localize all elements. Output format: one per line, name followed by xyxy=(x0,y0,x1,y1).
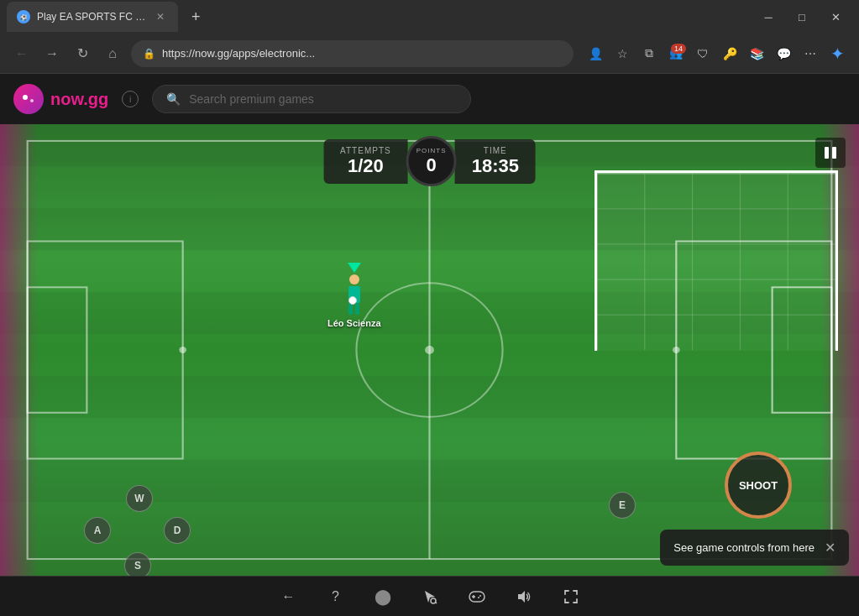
collections-icon[interactable]: 📚 xyxy=(745,42,768,65)
pause-bar-1 xyxy=(825,147,829,159)
browser-essentials-icon[interactable]: 🛡 xyxy=(691,42,715,65)
svg-point-3 xyxy=(23,95,28,100)
tooltip-close-button[interactable]: ✕ xyxy=(825,540,835,556)
logo-text: now.gg xyxy=(50,90,108,109)
player-leg-left xyxy=(348,303,353,315)
svg-point-13 xyxy=(179,347,186,353)
svg-point-12 xyxy=(425,346,434,354)
close-button[interactable]: ✕ xyxy=(819,3,852,30)
key-e-button[interactable]: E xyxy=(609,492,636,519)
more-button[interactable]: ⋯ xyxy=(799,42,822,65)
tab-title-text: Play EA SPORTS FC MOBILE xyxy=(37,11,146,23)
copilot-icon[interactable]: ✦ xyxy=(825,42,849,65)
volume-button[interactable] xyxy=(509,582,539,612)
player-indicator xyxy=(348,263,361,273)
toolbar-icons: 👤 ☆ ⧉ 👥 14 🛡 🔑 📚 💬 ⋯ ✦ xyxy=(584,42,849,65)
tab-close-button[interactable]: ✕ xyxy=(153,9,168,24)
record-button[interactable]: ⬤ xyxy=(368,582,398,612)
svg-marker-33 xyxy=(518,591,525,603)
player-sprite xyxy=(342,274,367,316)
player-name: Léo Scienza xyxy=(327,318,381,328)
favorites-icon[interactable]: ☆ xyxy=(610,42,634,65)
svg-text:⚽: ⚽ xyxy=(20,13,28,21)
key-s-button[interactable]: S xyxy=(124,552,151,576)
nowgg-logo[interactable]: now.gg xyxy=(13,84,108,114)
downloads-icon[interactable]: 👥 14 xyxy=(664,42,688,65)
goal-net xyxy=(594,170,838,351)
player-head xyxy=(349,274,359,285)
window-controls: ─ □ ✕ xyxy=(752,3,852,30)
title-bar: ⚽ Play EA SPORTS FC MOBILE ✕ + ─ □ ✕ xyxy=(0,0,859,34)
gamepad-button[interactable] xyxy=(462,582,492,612)
maximize-button[interactable]: □ xyxy=(785,3,819,30)
url-bar[interactable]: 🔒 https://now.gg/apps/electronic... xyxy=(131,40,574,67)
pause-bar-2 xyxy=(832,147,836,159)
svg-rect-6 xyxy=(28,241,183,458)
home-button[interactable]: ⌂ xyxy=(101,42,124,65)
info-icon[interactable]: i xyxy=(122,91,139,107)
svg-rect-7 xyxy=(28,287,87,412)
pause-icon xyxy=(825,147,836,159)
search-bar[interactable]: 🔍 Search premium games xyxy=(152,85,471,113)
svg-rect-28 xyxy=(469,592,484,602)
pause-button[interactable] xyxy=(815,138,846,168)
feedback-icon[interactable]: 💬 xyxy=(772,42,795,65)
svg-point-32 xyxy=(478,597,479,598)
profile-icon[interactable]: 👤 xyxy=(584,42,607,65)
lock-icon: 🔒 xyxy=(143,48,155,60)
search-icon: 🔍 xyxy=(166,92,181,106)
game-controls-tooltip: See game controls from here ✕ xyxy=(660,530,849,566)
nowgg-header: now.gg i 🔍 Search premium games xyxy=(0,74,859,124)
tooltip-text: See game controls from here xyxy=(673,541,814,554)
url-text: https://now.gg/apps/electronic... xyxy=(162,47,315,60)
new-tab-button[interactable]: + xyxy=(185,5,207,29)
browser-tab[interactable]: ⚽ Play EA SPORTS FC MOBILE ✕ xyxy=(7,2,178,32)
bottom-back-button[interactable]: ← xyxy=(274,582,304,612)
tab-favicon: ⚽ xyxy=(17,10,30,23)
key-a-button[interactable]: A xyxy=(84,517,111,544)
key-w-button[interactable]: W xyxy=(126,485,153,512)
bottom-help-button[interactable]: ? xyxy=(321,582,351,612)
svg-point-2 xyxy=(20,91,37,107)
browser-frame: ⚽ Play EA SPORTS FC MOBILE ✕ + ─ □ ✕ ← →… xyxy=(0,0,859,616)
logo-icon xyxy=(13,84,44,114)
svg-point-4 xyxy=(30,99,34,102)
refresh-button[interactable]: ↻ xyxy=(71,42,94,65)
extensions-icon[interactable]: ⧉ xyxy=(637,42,661,65)
notification-badge: 14 xyxy=(671,44,686,54)
minimize-button[interactable]: ─ xyxy=(752,3,785,30)
address-bar: ← → ↻ ⌂ 🔒 https://now.gg/apps/electronic… xyxy=(0,34,859,74)
shoot-button[interactable]: SHOOT xyxy=(725,452,792,519)
fullscreen-button[interactable] xyxy=(556,582,586,612)
bottom-controls-bar: ← ? ⬤ xyxy=(0,576,859,616)
svg-point-31 xyxy=(479,595,481,597)
cursor-mode-button[interactable] xyxy=(415,582,445,612)
player-leg-right xyxy=(355,303,359,315)
player-legs xyxy=(342,303,367,315)
football xyxy=(348,296,357,305)
forward-button[interactable]: → xyxy=(40,42,64,65)
search-placeholder: Search premium games xyxy=(189,92,314,106)
passwords-icon[interactable]: 🔑 xyxy=(718,42,741,65)
shoot-label: SHOOT xyxy=(739,479,778,492)
back-button[interactable]: ← xyxy=(10,42,34,65)
player-character: Léo Scienza xyxy=(327,263,381,328)
game-pitch: ATTEMPTS 1/20 POINTS 0 TIME 18:35 xyxy=(0,124,859,576)
key-d-button[interactable]: D xyxy=(164,517,191,544)
game-viewport[interactable]: ATTEMPTS 1/20 POINTS 0 TIME 18:35 xyxy=(0,124,859,576)
